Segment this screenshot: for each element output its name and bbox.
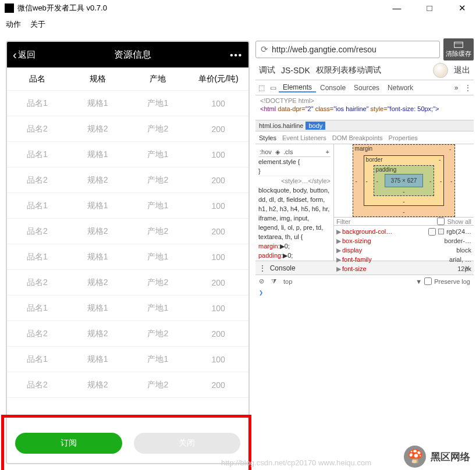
table-row[interactable]: 品名2规格2产地2200 bbox=[7, 372, 248, 398]
hov-button[interactable]: :hov bbox=[260, 147, 272, 156]
window-close-button[interactable]: ✕ bbox=[453, 3, 471, 13]
tab-mobile[interactable]: 权限列表移动调试 bbox=[316, 65, 381, 76]
prop-row[interactable]: ▶displayblock bbox=[336, 245, 471, 255]
styletab-props[interactable]: Properties bbox=[389, 134, 418, 141]
cell-name: 品名1 bbox=[7, 354, 68, 365]
table-body[interactable]: 品名1规格1产地1100品名2规格2产地2200品名1规格1产地1100品名2规… bbox=[7, 91, 248, 423]
clear-cache-button[interactable]: 清除缓存 bbox=[443, 38, 474, 60]
preserve-log-checkbox[interactable] bbox=[424, 277, 432, 285]
filter-input[interactable]: Filter bbox=[336, 218, 350, 225]
avatar[interactable] bbox=[433, 63, 448, 78]
panel-console[interactable]: Console bbox=[316, 84, 350, 92]
showall-label: Show all bbox=[447, 218, 471, 225]
cell-origin: 产地2 bbox=[128, 124, 189, 134]
menu-action[interactable]: 动作 bbox=[6, 19, 21, 30]
close-label: 关闭 bbox=[179, 438, 195, 448]
exit-button[interactable]: 退出 bbox=[454, 65, 470, 76]
crumb-root[interactable]: html.ios.hairline bbox=[259, 122, 303, 129]
phone-pane: ‹ 返回 资源信息 ••• 品名 规格 产地 单价(元/吨) 品名1规格1产地1… bbox=[0, 35, 253, 470]
app-icon bbox=[5, 3, 14, 13]
url-input[interactable]: ⟳ http://web.gangtie.com/resou bbox=[255, 41, 440, 58]
close-button[interactable]: 关闭 bbox=[134, 433, 241, 454]
cls-button[interactable]: .cls bbox=[283, 147, 293, 156]
table-row[interactable]: 品名1规格1产地1100 bbox=[7, 347, 248, 372]
tab-debug[interactable]: 调试 bbox=[259, 65, 275, 76]
panel-network[interactable]: Network bbox=[383, 84, 417, 92]
table-header: 品名 规格 产地 单价(元/吨) bbox=[7, 67, 248, 91]
prop-value: arial, … bbox=[449, 255, 471, 264]
cache-label: 清除缓存 bbox=[446, 49, 471, 58]
window-menu: 动作 关于 bbox=[0, 16, 476, 33]
css-line: <style>…</style> bbox=[258, 176, 331, 186]
table-row[interactable]: 品名2规格2产地2200 bbox=[7, 219, 248, 244]
subscribe-button[interactable]: 订阅 bbox=[15, 433, 122, 454]
devtools-pane: ⟳ http://web.gangtie.com/resou 清除缓存 调试 J… bbox=[253, 35, 476, 470]
table-row[interactable]: 品名1规格1产地1100 bbox=[7, 91, 248, 116]
panel-elements[interactable]: Elements bbox=[279, 83, 316, 92]
arrow-icon: ▶ bbox=[336, 255, 341, 264]
panel-sources[interactable]: Sources bbox=[350, 84, 383, 92]
tab-jssdk[interactable]: JS-SDK bbox=[281, 66, 310, 75]
swatch-icon[interactable]: ◈ bbox=[275, 147, 280, 156]
table-row[interactable]: 品名1规格1产地1100 bbox=[7, 295, 248, 321]
crumb-selected[interactable]: body bbox=[306, 122, 325, 130]
cell-price: 200 bbox=[188, 278, 248, 287]
table-row[interactable]: 品名2规格2产地2200 bbox=[7, 270, 248, 295]
table-row[interactable]: 品名2规格2产地2200 bbox=[7, 116, 248, 142]
prop-row[interactable]: ▶font-familyarial, … bbox=[336, 255, 471, 264]
cell-name: 品名2 bbox=[7, 124, 68, 134]
cell-price: 100 bbox=[188, 99, 248, 108]
add-rule-button[interactable]: + bbox=[326, 147, 329, 156]
nav-back-label: 返回 bbox=[18, 49, 35, 60]
prop-row[interactable]: ▶font-size12px bbox=[336, 264, 471, 273]
window-max-button[interactable]: □ bbox=[420, 3, 439, 13]
kebab-icon[interactable]: ⋮ bbox=[462, 84, 474, 92]
chevron-down-icon[interactable]: ▼ bbox=[415, 278, 422, 285]
prop-row[interactable]: ▶box-sizingborder-… bbox=[336, 236, 471, 245]
computed-props[interactable]: ▶background-col…rgb(24…▶box-sizingborder… bbox=[334, 226, 474, 275]
styletab-dom[interactable]: DOM Breakpoints bbox=[332, 134, 383, 141]
console-input[interactable]: ❯ bbox=[255, 287, 474, 298]
cell-origin: 产地1 bbox=[128, 303, 189, 314]
styletab-listeners[interactable]: Event Listeners bbox=[282, 134, 326, 141]
styletab-styles[interactable]: Styles bbox=[259, 134, 276, 141]
context-select[interactable]: top bbox=[283, 278, 292, 285]
table-row[interactable]: 品名1规格1产地1100 bbox=[7, 244, 248, 270]
inspect-icon[interactable]: ⬚ bbox=[255, 84, 267, 92]
table-row[interactable]: 品名1规格1产地1100 bbox=[7, 142, 248, 168]
console-label[interactable]: Console bbox=[270, 264, 296, 272]
window-min-button[interactable]: — bbox=[388, 3, 406, 13]
th-price: 单价(元/吨) bbox=[188, 74, 248, 84]
prop-row[interactable]: ▶background-col…rgb(24… bbox=[336, 227, 471, 236]
css-line: margin:▶0; bbox=[258, 241, 331, 251]
cell-spec: 规格1 bbox=[68, 149, 128, 160]
cell-name: 品名1 bbox=[7, 149, 68, 160]
src-line: <!DOCTYPE html> bbox=[260, 97, 469, 105]
cell-spec: 规格1 bbox=[68, 98, 128, 109]
table-row[interactable]: 品名2规格2产地2200 bbox=[7, 168, 248, 193]
menu-about[interactable]: 关于 bbox=[30, 19, 45, 30]
chevron-right-icon[interactable]: » bbox=[450, 84, 462, 92]
chevron-left-icon: ‹ bbox=[13, 48, 17, 62]
cell-origin: 产地1 bbox=[128, 201, 189, 211]
clear-console-icon[interactable]: ⊘ bbox=[259, 277, 264, 285]
prop-value: border-… bbox=[445, 236, 471, 245]
arrow-icon: ▶ bbox=[336, 227, 341, 236]
showall-checkbox[interactable] bbox=[437, 218, 445, 225]
prop-value: block bbox=[456, 245, 471, 255]
refresh-icon[interactable]: ⟳ bbox=[261, 44, 268, 55]
cell-price: 100 bbox=[188, 150, 248, 159]
cache-icon bbox=[454, 41, 463, 48]
nav-more-button[interactable]: ••• bbox=[230, 50, 243, 60]
breadcrumb[interactable]: html.ios.hairline body bbox=[255, 120, 474, 131]
html-source[interactable]: <!DOCTYPE html> <html data-dpr="2" class… bbox=[255, 95, 474, 120]
table-row[interactable]: 品名1规格1产地1100 bbox=[7, 193, 248, 219]
table-row[interactable]: 品名2规格2产地2200 bbox=[7, 321, 248, 347]
filter-icon[interactable]: ⧩ bbox=[271, 277, 276, 285]
drawer-close-button[interactable]: ✕ bbox=[464, 264, 470, 272]
css-rules[interactable]: :hov ◈ .cls + element.style { } <style>…… bbox=[255, 144, 334, 261]
prop-checkbox[interactable] bbox=[428, 228, 436, 236]
drawer-kebab-icon[interactable]: ⋮ bbox=[259, 264, 266, 272]
nav-back-button[interactable]: ‹ 返回 bbox=[13, 48, 35, 62]
device-icon[interactable]: ▭ bbox=[267, 84, 279, 92]
